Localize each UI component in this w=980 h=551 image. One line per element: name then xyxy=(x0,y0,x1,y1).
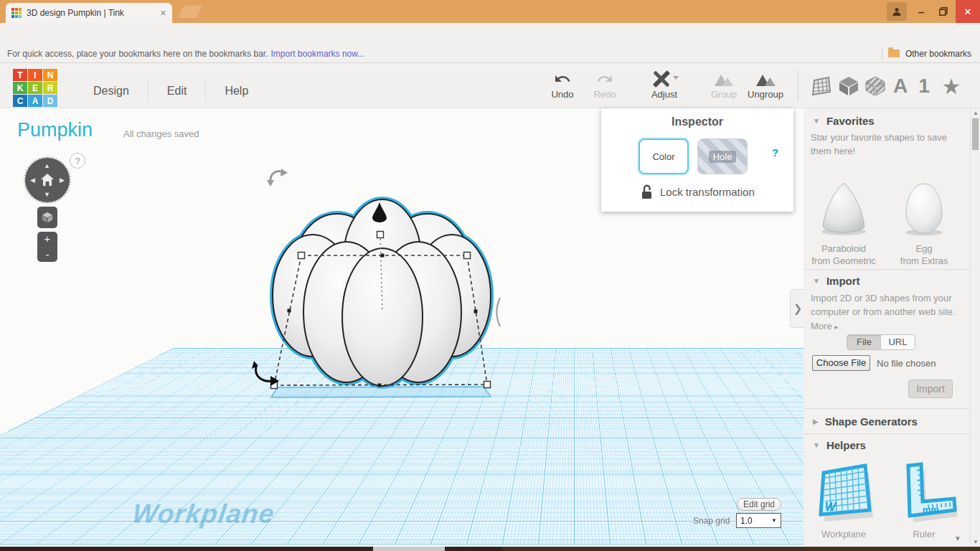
import-section-header[interactable]: ▼ Import xyxy=(813,275,860,287)
other-bookmarks-button[interactable]: Other bookmarks xyxy=(905,49,971,59)
number-shapes-category-icon[interactable]: 1 xyxy=(915,73,933,99)
lock-transformation-label: Lock transformation xyxy=(660,186,755,198)
shape-generators-section-header[interactable]: ▶ Shape Generators xyxy=(813,415,918,428)
design-title[interactable]: Pumpkin xyxy=(17,119,93,141)
workplane-helper-label: Workplane xyxy=(806,528,881,540)
paraboloid-shape[interactable] xyxy=(819,180,868,237)
window-close-button[interactable]: ✕ xyxy=(956,0,980,23)
section-open-icon: ▼ xyxy=(813,441,820,449)
text-shapes-category-icon[interactable]: A xyxy=(890,73,910,99)
new-tab-button[interactable] xyxy=(178,6,202,18)
padlock-icon xyxy=(641,184,653,199)
scrollbar-down-icon[interactable]: ▼ xyxy=(971,539,980,545)
edit-grid-button[interactable]: Edit grid xyxy=(737,498,781,511)
hole-button[interactable]: Hole xyxy=(697,138,748,174)
orbit-left-icon[interactable]: ◀ xyxy=(30,176,35,184)
sidebar-scroll-more-icon[interactable]: ▼ xyxy=(954,534,961,542)
favorites-category-icon[interactable]: ★ xyxy=(938,73,964,99)
helpers-section-header[interactable]: ▼ Helpers xyxy=(813,439,866,451)
rotate-handle-bottom-icon xyxy=(252,361,279,386)
workplane-watermark: Workplane xyxy=(131,499,276,529)
browser-addressbar: ← → ↻ https://www.tinkercad.com/things/f… xyxy=(0,23,980,44)
import-source-toggle: File URL xyxy=(847,334,915,350)
workplane-category-icon[interactable] xyxy=(809,73,834,99)
browser-tab[interactable]: 3D design Pumpkin | Tink ✕ xyxy=(6,3,172,23)
ruler-helper-shape[interactable]: mm xyxy=(892,461,957,524)
window-minimize-button[interactable]: – xyxy=(910,0,933,23)
tab-title: 3D design Pumpkin | Tink xyxy=(27,8,155,18)
undo-label: Undo xyxy=(540,89,585,100)
sidebar-scrollbar[interactable]: ▲ ▼ xyxy=(970,108,980,547)
bookmarks-bar: For quick access, place your bookmarks h… xyxy=(0,44,980,63)
snap-grid-value: 1.0 xyxy=(740,516,753,526)
window-restore-button[interactable] xyxy=(933,0,954,23)
egg-shape[interactable] xyxy=(903,182,946,237)
more-arrow-icon: ▸ xyxy=(834,323,838,331)
save-status: All changes saved xyxy=(123,128,199,139)
more-label: More xyxy=(811,321,832,331)
scrollbar-up-icon[interactable]: ▲ xyxy=(971,110,980,116)
person-icon xyxy=(892,6,902,17)
orbit-up-icon[interactable]: ▲ xyxy=(44,162,50,169)
import-title: Import xyxy=(826,275,860,287)
home-view-icon[interactable] xyxy=(40,173,55,187)
redo-button: Redo xyxy=(583,70,627,100)
undo-button[interactable]: Undo xyxy=(540,70,585,100)
scale-handle[interactable] xyxy=(464,253,471,259)
logo-tile: N xyxy=(43,69,57,81)
hole-shapes-category-icon[interactable] xyxy=(863,73,887,99)
color-button-label: Color xyxy=(652,151,674,162)
favorites-section-header[interactable]: ▼ Favorites xyxy=(813,115,875,127)
view-mode-button[interactable] xyxy=(37,207,57,228)
scrollbar-thumb[interactable] xyxy=(972,118,979,150)
section-divider xyxy=(804,408,970,409)
orbit-down-icon[interactable]: ▼ xyxy=(44,191,50,198)
rotate-arc-right-icon xyxy=(497,298,501,326)
menu-edit[interactable]: Edit xyxy=(149,85,206,98)
ungroup-button[interactable]: Ungroup xyxy=(743,70,788,100)
import-button[interactable]: Import xyxy=(908,380,953,398)
menu-design[interactable]: Design xyxy=(75,85,148,98)
logo-tile: T xyxy=(13,69,27,81)
scale-handle[interactable] xyxy=(484,382,491,388)
help-icon[interactable]: ? xyxy=(70,153,85,169)
group-icon xyxy=(702,70,746,88)
restore-icon xyxy=(939,7,948,16)
adjust-button[interactable]: Adjust xyxy=(642,70,687,100)
url-tab[interactable]: URL xyxy=(881,335,915,349)
undo-icon xyxy=(540,70,585,88)
solid-shapes-category-icon[interactable] xyxy=(837,73,861,99)
scale-handle[interactable] xyxy=(298,253,305,259)
logo-tile: E xyxy=(28,82,42,94)
scale-handle[interactable] xyxy=(377,232,384,238)
color-button[interactable]: Color xyxy=(639,138,689,174)
workplane-helper-shape[interactable]: W xyxy=(816,461,874,524)
import-bookmarks-link[interactable]: Import bookmarks now... xyxy=(271,49,365,59)
snap-grid-select[interactable]: 1.0 ▼ xyxy=(736,513,781,528)
sidebar-collapse-handle[interactable]: ❯ xyxy=(790,289,805,328)
menu-help[interactable]: Help xyxy=(206,85,267,98)
taskbar-edge xyxy=(0,547,980,551)
inspector-help-icon[interactable]: ? xyxy=(772,146,778,159)
orbit-right-icon[interactable]: ▶ xyxy=(60,176,65,184)
taskbar-segment xyxy=(502,547,980,551)
file-tab[interactable]: File xyxy=(847,335,881,349)
logo-tile: D xyxy=(43,95,57,107)
logo-tile: A xyxy=(28,95,42,107)
tab-close-icon[interactable]: ✕ xyxy=(160,9,166,18)
zoom-in-button[interactable]: + xyxy=(37,232,57,247)
logo-tile: I xyxy=(28,69,42,81)
lock-transformation-control[interactable]: Lock transformation xyxy=(641,184,755,199)
tinkercad-header: T I N K E R C A D Design Edit Help Undo … xyxy=(0,63,980,108)
pumpkin-model[interactable] xyxy=(244,164,502,400)
profile-button[interactable] xyxy=(887,2,907,21)
import-more-link[interactable]: More ▸ xyxy=(811,321,838,331)
tinkercad-logo[interactable]: T I N K E R C A D xyxy=(13,69,57,107)
choose-file-button[interactable]: Choose File xyxy=(812,355,870,371)
zoom-out-button[interactable]: - xyxy=(37,247,57,262)
logo-tile: C xyxy=(13,95,27,107)
toolbar-separator xyxy=(798,70,798,100)
adjust-icon xyxy=(642,70,687,88)
ungroup-label: Ungroup xyxy=(743,89,788,100)
orbit-navigation-control[interactable]: ▲ ▼ ◀ ▶ xyxy=(25,158,70,202)
